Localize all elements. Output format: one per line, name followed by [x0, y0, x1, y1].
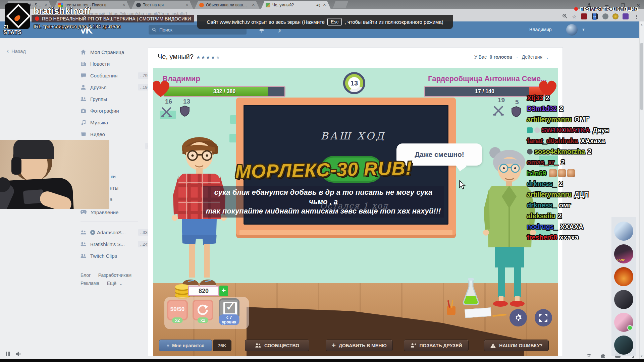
webcam-overlay [0, 140, 109, 209]
tab-test[interactable]: Тест на гея ✕ [131, 1, 193, 9]
scrollbar-down-icon[interactable]: ▼ [640, 355, 643, 358]
chat-message: h1n69 [527, 169, 576, 177]
extension-twitch-icon[interactable] [623, 13, 629, 19]
donation-title: МОРЛЕКС-30 RUB! [214, 157, 433, 183]
stats-widget: 71 STATS [3, 24, 22, 36]
tab-close-icon[interactable]: ✕ [252, 3, 255, 7]
friend-avatar[interactable] [614, 267, 633, 286]
sidebar-item-partial-2[interactable]: нты [110, 185, 118, 191]
scrollbar-up-icon[interactable]: ▲ [640, 23, 643, 26]
tab-close-icon[interactable]: ✕ [185, 3, 189, 7]
developers-link[interactable]: Разработчикам [98, 273, 131, 278]
game-canvas[interactable]: ВАШ ХОД Остался 1 ход [153, 68, 558, 356]
tab-objective[interactable]: Объективна ли ваша са... ✕ [195, 1, 260, 9]
tab-close-icon[interactable]: ✕ [323, 3, 326, 7]
sidebar-item-videos[interactable]: Видео [80, 129, 140, 139]
live-dot-icon [574, 7, 578, 11]
sidebar-item-groups[interactable]: Группы [80, 94, 140, 104]
sidebar-item-news[interactable]: Новости [80, 59, 140, 69]
pause-button[interactable] [5, 351, 10, 358]
chevron-down-icon[interactable]: ▼ [582, 27, 585, 32]
friend-avatar[interactable]: ТАНУ [614, 244, 633, 263]
sidebar-item-photos[interactable]: Фотографии [80, 106, 140, 116]
powerup-multiplier-badge: x2 [172, 317, 183, 323]
sidebar-item-friends[interactable]: Друзья ..197 [80, 82, 140, 92]
new-tab-button[interactable] [333, 1, 348, 8]
scrollbar-thumb[interactable] [640, 43, 643, 110]
more-link[interactable]: Ещё [107, 281, 117, 286]
camera-icon [80, 108, 86, 114]
sidebar-item-partial-1[interactable]: ки [111, 174, 116, 179]
gamepad-icon [80, 210, 87, 215]
mouse-cursor [459, 180, 467, 190]
sidebar-item-music[interactable]: Музыка [80, 117, 140, 127]
vk-user-avatar[interactable] [566, 24, 578, 36]
extensions-puzzle-icon[interactable] [600, 353, 606, 360]
extension-circle-icon[interactable] [602, 13, 608, 19]
friend-avatar[interactable] [614, 336, 633, 355]
heart-icon: ♥ [167, 343, 169, 348]
report-bug-button[interactable]: НАШЛИ ОШИБКУ? [484, 340, 549, 351]
back-link[interactable]: ‹Назад [7, 48, 26, 55]
bookmark-star-icon[interactable]: ☆ [571, 13, 578, 20]
game-fullscreen-button[interactable] [535, 309, 552, 326]
tab-audio-icon[interactable]: ◄) [315, 3, 320, 7]
bet-amount-input[interactable]: 820 [188, 286, 219, 296]
vk-username[interactable]: Владимир [529, 27, 552, 32]
friend-avatar[interactable] [614, 290, 633, 309]
chevron-down-icon[interactable]: ⌄ [119, 282, 122, 286]
search-placeholder: Поиск [159, 27, 172, 33]
gear-icon [513, 313, 523, 323]
extension-red-icon[interactable] [581, 13, 587, 19]
donation-message: сука блик ебанутся добавь в др а то писа… [203, 186, 444, 218]
add-coins-button[interactable]: + [219, 286, 228, 296]
fifty-fifty-powerup[interactable]: 50/50 x2 [167, 300, 188, 320]
verified-star-icon: ★ [90, 230, 95, 235]
users-icon [80, 96, 86, 102]
sidebar-group-adamson[interactable]: ★ AdamsonS... ..334 [80, 227, 140, 237]
refresh-powerup[interactable]: x2 [193, 300, 213, 320]
sidebar-footer-row1: Блог Разработчикам [80, 272, 131, 278]
stream-title-banner: RED НЕРЕАЛЬНЫЙ РП ОТ БАШТЕРКИНА | СМОТРИ… [32, 15, 194, 22]
tab-game-active[interactable]: Че, умный? ◄) ✕ [261, 1, 331, 9]
game-settings-button[interactable] [509, 309, 527, 326]
like-button[interactable]: ♥ Мне нравится [159, 340, 212, 351]
zoom-icon[interactable] [561, 13, 568, 20]
actions-dropdown[interactable]: Действия [522, 54, 542, 60]
add-to-menu-button[interactable]: + ДОБАВИТЬ В МЕНЮ [326, 340, 393, 351]
blog-link[interactable]: Блог [80, 273, 91, 278]
sidebar-item-messages[interactable]: Сообщения ..792 [80, 70, 140, 80]
tab-close-icon[interactable]: ✕ [122, 3, 125, 7]
friend-avatar[interactable] [614, 313, 633, 332]
search-icon [152, 27, 157, 32]
sidebar-item-my-page[interactable]: Моя Страница [80, 47, 140, 57]
chat-message: drkness_омг [527, 201, 571, 209]
rating-stars[interactable]: ★★★★★ [196, 55, 221, 60]
community-button[interactable]: СООБЩЕСТВО [245, 340, 309, 351]
extension-coin-icon[interactable] [612, 13, 619, 19]
chat-message: Xtj332 [527, 94, 549, 102]
add-user-icon [410, 343, 416, 348]
users-icon [255, 343, 261, 348]
like-count-badge: 76K [213, 340, 231, 351]
orange-favicon [199, 3, 204, 7]
sidebar-divider [80, 221, 138, 222]
browser-menu-icon[interactable]: ⋮ [633, 13, 640, 20]
settings-gear-icon[interactable] [586, 353, 592, 360]
sidebar-item-partial-3[interactable]: а [110, 196, 112, 202]
extension-mail-icon[interactable]: cff [592, 13, 598, 19]
chat-emote-icon [567, 169, 575, 177]
volume-button[interactable] [15, 351, 22, 358]
friend-avatar[interactable] [614, 222, 633, 241]
invite-friends-button[interactable]: ПОЗВАТЬ ДРУЗЕЙ [404, 340, 469, 351]
chat-message: drkness_2 [527, 180, 563, 188]
autocheck-powerup[interactable]: ✓ с 7 уровня [219, 298, 239, 319]
sidebar-group-twitchclips[interactable]: Twitch Clips [80, 251, 140, 261]
brush-cup [447, 306, 455, 315]
paper-stack [465, 307, 491, 318]
chevron-down-icon[interactable]: ⌄ [546, 55, 549, 59]
headphones-band [13, 140, 54, 159]
game-favicon [266, 3, 270, 7]
sidebar-group-bratishkin[interactable]: Bratishkin's S... ..245 [80, 239, 140, 249]
ads-link[interactable]: Реклама [80, 281, 99, 286]
